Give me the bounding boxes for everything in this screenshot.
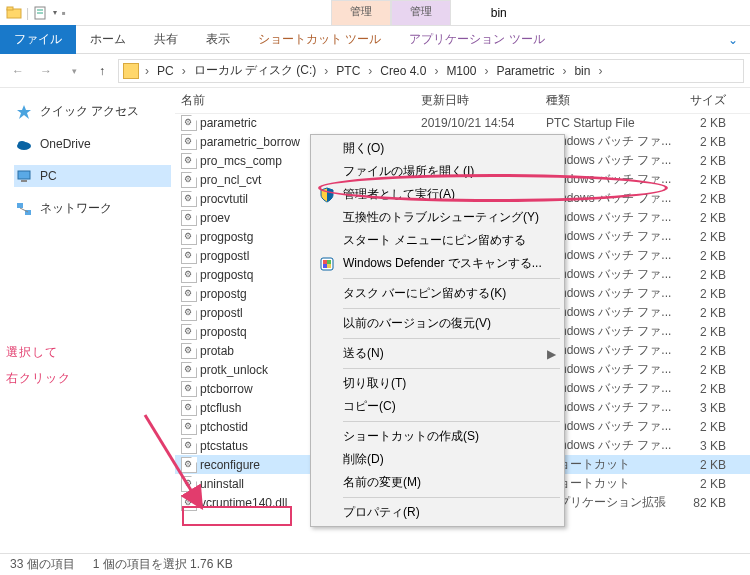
file-size: 2 KB (676, 173, 726, 187)
ctx-label: 名前の変更(M) (343, 474, 421, 491)
file-size: 2 KB (676, 192, 726, 206)
breadcrumb[interactable]: › PC › ローカル ディスク (C:) › PTC › Creo 4.0 ›… (118, 59, 744, 83)
ctx-item[interactable]: ファイルの場所を開く(I) (313, 160, 562, 183)
sidebar-pc[interactable]: PC (14, 165, 171, 187)
column-headers: 名前 更新日時 種類 サイズ (175, 88, 750, 114)
bc-parametric[interactable]: Parametric (492, 64, 558, 78)
context-menu: 開く(O)ファイルの場所を開く(I)管理者として実行(A)互換性のトラブルシュー… (310, 134, 565, 527)
ctx-item[interactable]: 切り取り(T) (313, 372, 562, 395)
file-icon (181, 134, 197, 150)
file-name: parametric (200, 116, 257, 130)
svg-rect-8 (18, 171, 30, 179)
ctx-label: ファイルの場所を開く(I) (343, 163, 474, 180)
file-size: 82 KB (676, 496, 726, 510)
nav-up[interactable]: ↑ (90, 59, 114, 83)
bc-drive[interactable]: ローカル ディスク (C:) (190, 62, 321, 79)
ctx-item[interactable]: 互換性のトラブルシューティング(Y) (313, 206, 562, 229)
file-icon (181, 172, 197, 188)
file-size: 2 KB (676, 116, 726, 130)
file-icon (181, 419, 197, 435)
col-date[interactable]: 更新日時 (421, 92, 546, 109)
shield-icon (319, 187, 335, 203)
bc-sep[interactable]: › (143, 64, 151, 78)
ctx-item[interactable]: スタート メニューにピン留めする (313, 229, 562, 252)
file-name: progpostq (200, 268, 253, 282)
bc-m100[interactable]: M100 (442, 64, 480, 78)
file-name: progpostl (200, 249, 249, 263)
ctx-item[interactable]: 管理者として実行(A) (313, 183, 562, 206)
cloud-icon (16, 136, 32, 152)
sidebar-network[interactable]: ネットワーク (14, 197, 171, 220)
file-name: ptcflush (200, 401, 241, 415)
file-type: Windows バッチ ファ... (546, 323, 676, 340)
titlebar: | ▾ ▪ 管理 管理 bin (0, 0, 750, 26)
file-size: 2 KB (676, 420, 726, 434)
file-name: protab (200, 344, 234, 358)
sidebar-quick-access[interactable]: クイック アクセス (14, 100, 171, 123)
file-name: parametric_borrow (200, 135, 300, 149)
file-name: propostg (200, 287, 247, 301)
qat-dropdown-icon[interactable]: ▾ (53, 8, 57, 17)
file-row[interactable]: parametric2019/10/21 14:54PTC Startup Fi… (175, 114, 750, 132)
ctx-item[interactable]: 削除(D) (313, 448, 562, 471)
ctx-label: ショートカットの作成(S) (343, 428, 479, 445)
file-icon (181, 438, 197, 454)
tab-view[interactable]: 表示 (192, 25, 244, 54)
svg-rect-16 (323, 264, 327, 268)
ctx-label: 互換性のトラブルシューティング(Y) (343, 209, 539, 226)
ctx-item[interactable]: Windows Defender でスキャンする... (313, 252, 562, 275)
file-type: PTC Startup File (546, 116, 676, 130)
ctx-item[interactable]: 開く(O) (313, 137, 562, 160)
nav-back[interactable]: ← (6, 59, 30, 83)
nav-recent-dropdown[interactable]: ▾ (62, 59, 86, 83)
ctx-label: Windows Defender でスキャンする... (343, 255, 542, 272)
file-size: 2 KB (676, 363, 726, 377)
file-icon (181, 286, 197, 302)
ctx-item[interactable]: コピー(C) (313, 395, 562, 418)
file-size: 2 KB (676, 306, 726, 320)
bc-bin[interactable]: bin (570, 64, 594, 78)
file-size: 2 KB (676, 458, 726, 472)
sidebar-onedrive[interactable]: OneDrive (14, 133, 171, 155)
bc-creo[interactable]: Creo 4.0 (376, 64, 430, 78)
file-name: uninstall (200, 477, 244, 491)
file-name: reconfigure (200, 458, 260, 472)
file-type: Windows バッチ ファ... (546, 247, 676, 264)
navbar: ← → ▾ ↑ › PC › ローカル ディスク (C:) › PTC › Cr… (0, 54, 750, 88)
file-icon (181, 305, 197, 321)
file-icon (181, 495, 197, 511)
ctx-item[interactable]: ショートカットの作成(S) (313, 425, 562, 448)
tab-app-tools[interactable]: アプリケーション ツール (395, 25, 558, 54)
tab-file[interactable]: ファイル (0, 25, 76, 54)
bc-ptc[interactable]: PTC (332, 64, 364, 78)
file-type: Windows バッチ ファ... (546, 152, 676, 169)
file-size: 2 KB (676, 154, 726, 168)
ctx-item[interactable]: 送る(N)▶ (313, 342, 562, 365)
ctx-label: 管理者として実行(A) (343, 186, 455, 203)
file-name: pro_ncl_cvt (200, 173, 261, 187)
col-name[interactable]: 名前 (181, 92, 421, 109)
col-type[interactable]: 種類 (546, 92, 676, 109)
ctx-item[interactable]: プロパティ(R) (313, 501, 562, 524)
tab-share[interactable]: 共有 (140, 25, 192, 54)
file-type: Windows バッチ ファ... (546, 361, 676, 378)
ctx-item[interactable]: タスク バーにピン留めする(K) (313, 282, 562, 305)
tab-shortcut-tools[interactable]: ショートカット ツール (244, 25, 395, 54)
status-selected: 1 個の項目を選択 1.76 KB (93, 556, 233, 573)
tab-home[interactable]: ホーム (76, 25, 140, 54)
nav-forward: → (34, 59, 58, 83)
qat: | ▾ ▪ (0, 0, 71, 25)
ctx-item[interactable]: 以前のバージョンの復元(V) (313, 312, 562, 335)
col-size[interactable]: サイズ (676, 92, 726, 109)
expand-ribbon-icon[interactable]: ⌄ (716, 33, 750, 47)
file-type: Windows バッチ ファ... (546, 209, 676, 226)
bc-pc[interactable]: PC (153, 64, 178, 78)
ctx-separator (343, 421, 560, 422)
file-name: progpostg (200, 230, 253, 244)
ctx-item[interactable]: 名前の変更(M) (313, 471, 562, 494)
properties-icon[interactable] (33, 5, 49, 21)
svg-rect-14 (323, 260, 327, 264)
file-name: proev (200, 211, 230, 225)
ctx-label: 送る(N) (343, 345, 384, 362)
file-type: アプリケーション拡張 (546, 494, 676, 511)
